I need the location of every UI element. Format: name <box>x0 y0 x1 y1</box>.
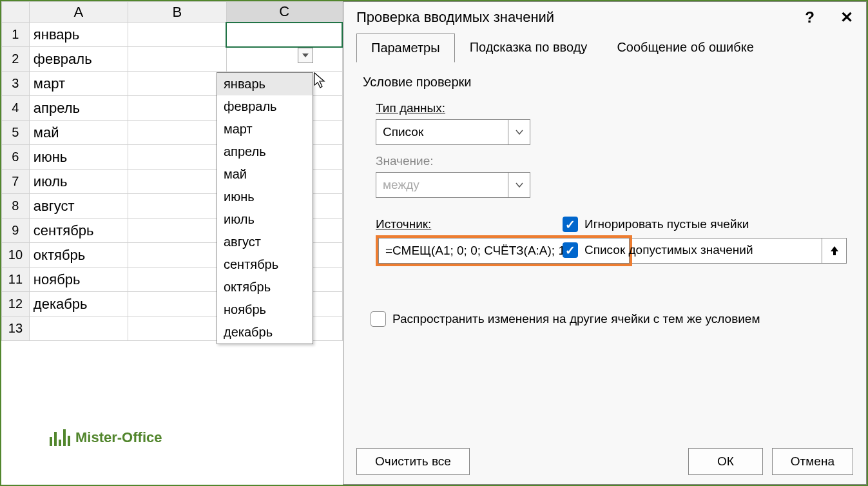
chevron-down-icon <box>302 53 309 57</box>
cell[interactable] <box>226 47 342 72</box>
ok-button[interactable]: ОК <box>688 448 763 475</box>
cell[interactable] <box>128 243 226 267</box>
in-cell-dropdown-checkbox[interactable]: ✓ <box>563 242 578 258</box>
chevron-down-icon <box>508 120 530 144</box>
column-header-a[interactable]: A <box>29 2 128 23</box>
dropdown-item[interactable]: март <box>217 118 313 141</box>
dropdown-item[interactable]: май <box>217 163 313 186</box>
cell[interactable] <box>29 316 128 341</box>
ignore-blank-checkbox[interactable]: ✓ <box>563 217 578 232</box>
dropdown-item[interactable]: июнь <box>217 186 313 208</box>
row-header[interactable]: 12 <box>2 292 30 316</box>
row-header[interactable]: 5 <box>2 121 30 145</box>
dialog-title: Проверка вводимых значений <box>356 9 554 26</box>
dropdown-item[interactable]: январь <box>217 73 313 95</box>
collapse-dialog-button[interactable] <box>822 238 847 264</box>
tab-error-alert[interactable]: Сообщение об ошибке <box>602 33 768 62</box>
dropdown-item[interactable]: апрель <box>217 141 313 163</box>
row-header[interactable]: 4 <box>2 96 30 121</box>
cell[interactable]: февраль <box>29 47 128 72</box>
cell[interactable] <box>128 267 226 292</box>
row-header[interactable]: 11 <box>2 267 30 292</box>
allow-combobox[interactable]: Список <box>376 119 530 145</box>
data-validation-dialog: Проверка вводимых значений ? ✕ Параметры… <box>343 1 867 485</box>
column-header-b[interactable]: B <box>128 2 226 23</box>
dropdown-item[interactable]: июль <box>217 208 313 231</box>
tab-settings[interactable]: Параметры <box>356 34 455 63</box>
cell[interactable] <box>128 292 226 316</box>
close-button[interactable]: ✕ <box>840 8 853 26</box>
cell[interactable]: октябрь <box>29 243 128 267</box>
mouse-cursor-icon <box>314 72 327 89</box>
cell[interactable] <box>128 219 226 243</box>
chevron-down-icon <box>508 173 530 197</box>
dropdown-item[interactable]: октябрь <box>217 276 313 298</box>
dropdown-item[interactable]: сентябрь <box>217 253 313 276</box>
row-header[interactable]: 10 <box>2 243 30 267</box>
clear-all-button[interactable]: Очистить все <box>356 448 470 475</box>
cell[interactable] <box>128 23 226 47</box>
logo-text: Mister-Office <box>75 429 162 446</box>
cell[interactable] <box>128 316 226 341</box>
cell[interactable] <box>128 145 226 170</box>
row-header[interactable]: 1 <box>2 23 30 47</box>
cell[interactable]: сентябрь <box>29 219 128 243</box>
cell[interactable]: август <box>29 194 128 219</box>
in-cell-dropdown-label: Список допустимых значений <box>584 243 753 257</box>
cell[interactable]: декабрь <box>29 292 128 316</box>
apply-changes-checkbox[interactable] <box>371 311 386 327</box>
ignore-blank-label: Игнорировать пустые ячейки <box>584 217 749 231</box>
row-header[interactable]: 7 <box>2 170 30 194</box>
help-button[interactable]: ? <box>805 8 815 26</box>
cell[interactable]: март <box>29 72 128 96</box>
allow-value: Список <box>376 125 508 139</box>
row-header[interactable]: 13 <box>2 316 30 341</box>
allow-label: Тип данных: <box>376 101 847 115</box>
active-cell-c1[interactable] <box>226 23 342 47</box>
row-header[interactable]: 9 <box>2 219 30 243</box>
cell[interactable]: апрель <box>29 96 128 121</box>
cell[interactable]: июнь <box>29 145 128 170</box>
dropdown-item[interactable]: август <box>217 231 313 253</box>
spreadsheet-panel: A B C 1январь 2февраль 3март 4апрель 5ма… <box>1 1 343 485</box>
validation-criteria-label: Условие проверки <box>363 75 847 90</box>
select-all-corner[interactable] <box>2 2 30 23</box>
logo-bars-icon <box>50 429 70 446</box>
dropdown-item[interactable]: декабрь <box>217 321 313 344</box>
cell[interactable] <box>128 96 226 121</box>
cancel-button[interactable]: Отмена <box>772 448 853 475</box>
cell-dropdown-button[interactable] <box>298 48 313 63</box>
data-label: Значение: <box>376 154 847 168</box>
cell[interactable]: январь <box>29 23 128 47</box>
cell[interactable]: ноябрь <box>29 267 128 292</box>
tab-input-message[interactable]: Подсказка по вводу <box>455 33 603 62</box>
row-header[interactable]: 6 <box>2 145 30 170</box>
row-header[interactable]: 8 <box>2 194 30 219</box>
apply-changes-label: Распространить изменения на другие ячейк… <box>392 312 760 326</box>
column-header-c[interactable]: C <box>226 2 342 23</box>
cell[interactable] <box>128 47 226 72</box>
cell[interactable] <box>128 170 226 194</box>
row-header[interactable]: 3 <box>2 72 30 96</box>
watermark-logo: Mister-Office <box>50 429 162 446</box>
cell[interactable]: май <box>29 121 128 145</box>
data-combobox: между <box>376 172 530 198</box>
cell[interactable] <box>128 72 226 96</box>
dropdown-item[interactable]: ноябрь <box>217 298 313 321</box>
cell[interactable]: июль <box>29 170 128 194</box>
cell[interactable] <box>128 194 226 219</box>
data-value: между <box>376 178 508 192</box>
dropdown-item[interactable]: февраль <box>217 95 313 118</box>
row-header[interactable]: 2 <box>2 47 30 72</box>
validation-dropdown-list[interactable]: январь февраль март апрель май июнь июль… <box>217 72 313 344</box>
cell[interactable] <box>128 121 226 145</box>
arrow-up-icon <box>829 245 840 257</box>
